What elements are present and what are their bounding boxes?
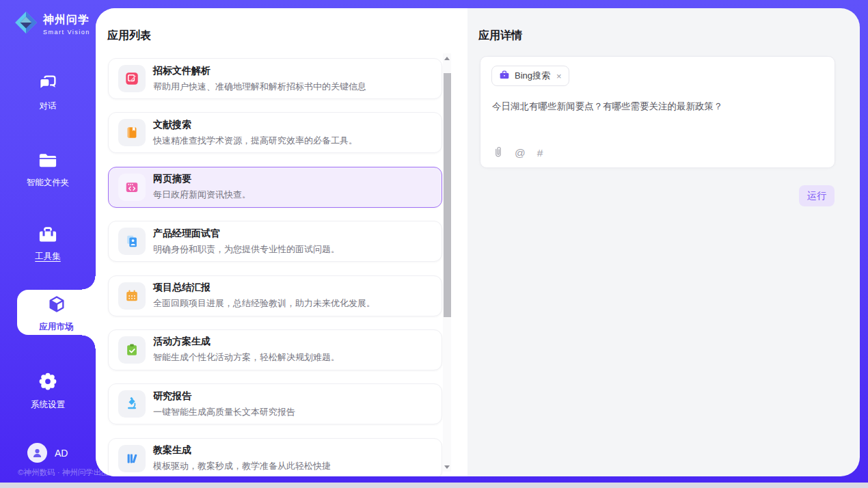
- app-card-project-summary[interactable]: 项目总结汇报 全面回顾项目进展，总结经验教训，助力未来优化发展。: [108, 275, 442, 316]
- app-card-title: 项目总结汇报: [153, 282, 375, 294]
- folder-icon: [38, 151, 58, 172]
- app-card-desc: 智能生成个性化活动方案，轻松解决规划难题。: [153, 351, 340, 364]
- hash-tag-icon[interactable]: #: [537, 147, 543, 159]
- active-nav-fillet-bottom: [82, 335, 96, 349]
- at-mention-icon[interactable]: @: [515, 147, 526, 159]
- paperclip-icon[interactable]: [492, 146, 503, 161]
- clipboard-check-icon: [118, 336, 146, 364]
- query-input-card[interactable]: Bing搜索 × 今日湖北有哪些新闻要点？有哪些需要关注的最新政策？ @ #: [480, 56, 835, 168]
- main-content: 应用列表 招标文件解析 帮助用户快速、准确地理解和解析招标书中的关键信息: [96, 8, 860, 476]
- triangle-up-icon: [444, 57, 450, 60]
- sidebar-item-label: 系统设置: [31, 399, 65, 411]
- edit-document-icon: [118, 65, 146, 92]
- sidebar-item-label: 对话: [40, 100, 57, 112]
- app-card-title: 教案生成: [153, 444, 331, 457]
- brand-logo: 神州问学 Smart Vision: [14, 10, 90, 38]
- briefcase-icon: [499, 70, 510, 83]
- app-card-web-summary[interactable]: 网页摘要 每日政府新闻资讯快查。: [108, 167, 442, 208]
- app-detail-title: 应用详情: [478, 29, 522, 43]
- app-card-lesson-plan[interactable]: 教案生成 模板驱动，教案秒成，教学准备从此轻松快捷: [108, 438, 442, 476]
- toolbox-icon: [38, 225, 58, 246]
- scrollbar-up-button[interactable]: [443, 53, 451, 63]
- sidebar-item-label: 智能文件夹: [27, 177, 70, 189]
- sidebar-item-smart-folder[interactable]: 智能文件夹: [0, 151, 96, 189]
- sidebar-item-label: 应用市场: [40, 321, 74, 333]
- user-account[interactable]: AD: [27, 443, 68, 463]
- composer-toolbar: @ #: [492, 146, 543, 161]
- app-card-bid-parsing[interactable]: 招标文件解析 帮助用户快速、准确地理解和解析招标书中的关键信息: [108, 58, 442, 99]
- microscope-icon: [118, 390, 146, 418]
- calendar-icon: [118, 282, 146, 310]
- app-card-title: 产品经理面试官: [153, 228, 340, 240]
- app-card-title: 网页摘要: [153, 173, 251, 185]
- app-card-desc: 帮助用户快速、准确地理解和解析招标书中的关键信息: [153, 81, 366, 93]
- app-card-title: 文献搜索: [153, 119, 357, 131]
- triangle-down-icon: [444, 465, 450, 469]
- app-card-title: 招标文件解析: [153, 65, 366, 77]
- active-nav-fillet-top: [82, 276, 96, 290]
- app-card-event-plan[interactable]: 活动方案生成 智能生成个性化活动方案，轻松解决规划难题。: [108, 329, 442, 370]
- app-list-panel: 应用列表 招标文件解析 帮助用户快速、准确地理解和解析招标书中的关键信息: [96, 8, 467, 476]
- close-icon[interactable]: ×: [556, 71, 562, 81]
- app-card-title: 活动方案生成: [153, 336, 340, 348]
- app-card-desc: 全面回顾项目进展，总结经验教训，助力未来优化发展。: [153, 297, 375, 310]
- app-frame: 神州问学 Smart Vision 对话: [0, 0, 868, 483]
- sidebar-item-settings[interactable]: 系统设置: [0, 371, 96, 411]
- app-detail-panel: 应用详情 Bing搜索 × 今日湖北有哪些新闻要点？有哪些需要关注的最新政策？: [467, 8, 860, 476]
- brand-name: 神州问学: [43, 13, 90, 27]
- brand-diamond-icon: [14, 10, 38, 38]
- app-list-title: 应用列表: [107, 29, 151, 43]
- browser-code-icon: [118, 174, 146, 201]
- person-icon: [31, 447, 43, 459]
- app-card-desc: 快速精准查找学术资源，提高研究效率的必备工具。: [153, 135, 357, 147]
- sidebar-item-app-market[interactable]: 应用市场: [17, 295, 96, 333]
- sidebar: 神州问学 Smart Vision 对话: [0, 0, 96, 483]
- cube-icon: [47, 295, 66, 316]
- run-button[interactable]: 运行: [799, 185, 835, 206]
- app-card-desc: 每日政府新闻资讯快查。: [153, 189, 251, 201]
- chat-icon: [38, 74, 58, 96]
- app-card-literature-search[interactable]: 文献搜索 快速精准查找学术资源，提高研究效率的必备工具。: [108, 112, 442, 153]
- books-icon: [118, 445, 146, 472]
- sidebar-item-toolset[interactable]: 工具集: [0, 225, 96, 262]
- sidebar-item-label: 工具集: [35, 251, 61, 262]
- app-card-research-report[interactable]: 研究报告 一键智能生成高质量长文本研究报告: [108, 383, 442, 424]
- sidebar-item-chat[interactable]: 对话: [0, 74, 96, 112]
- resume-person-icon: [118, 228, 146, 255]
- list-scrollbar[interactable]: [443, 53, 451, 472]
- tool-tag-label: Bing搜索: [515, 70, 550, 82]
- scrollbar-down-button[interactable]: [443, 462, 451, 472]
- user-initials: AD: [55, 448, 68, 459]
- app-card-list: 招标文件解析 帮助用户快速、准确地理解和解析招标书中的关键信息 文献搜索: [108, 58, 442, 476]
- app-card-desc: 模板驱动，教案秒成，教学准备从此轻松快捷: [153, 460, 331, 472]
- avatar: [27, 443, 47, 463]
- scrollbar-thumb[interactable]: [444, 73, 451, 317]
- query-text[interactable]: 今日湖北有哪些新闻要点？有哪些需要关注的最新政策？: [492, 100, 820, 113]
- gear-icon: [38, 371, 58, 394]
- app-card-title: 研究报告: [153, 390, 295, 403]
- brand-subtitle: Smart Vision: [43, 29, 90, 36]
- app-card-desc: 一键智能生成高质量长文本研究报告: [153, 406, 295, 418]
- tool-tag-bing-search[interactable]: Bing搜索 ×: [491, 66, 569, 86]
- app-card-pm-interviewer[interactable]: 产品经理面试官 明确身份和职责，为您提供专业性的面试问题。: [108, 221, 442, 262]
- book-icon: [118, 119, 146, 146]
- copyright-text: ©神州数码 · 神州问学出品: [18, 467, 109, 478]
- app-card-desc: 明确身份和职责，为您提供专业性的面试问题。: [153, 243, 340, 256]
